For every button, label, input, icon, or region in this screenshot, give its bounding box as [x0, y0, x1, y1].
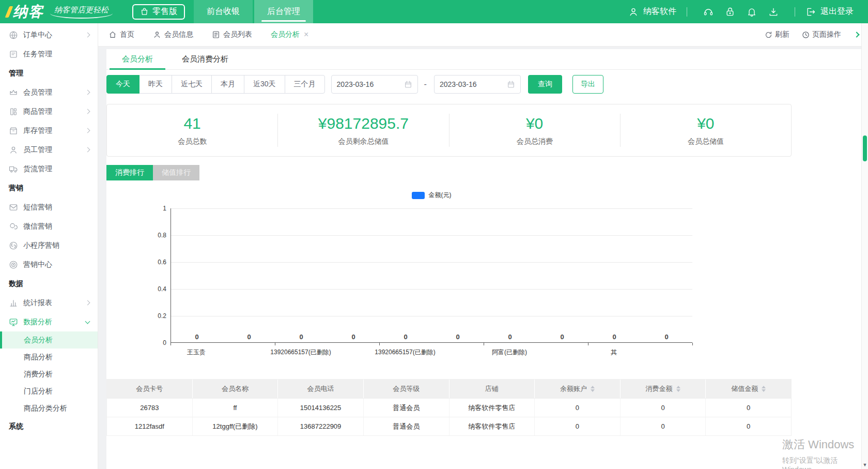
table-row[interactable]: 1212fasdf 12tggff(已删除) 13687222909 普通会员 … [107, 417, 791, 435]
chart-legend[interactable]: 金额(元) [171, 191, 692, 200]
tab-home[interactable]: 首页 [109, 30, 134, 39]
refresh-label: 刷新 [775, 30, 789, 39]
stat-total-consume: ¥0 会员总消费 [450, 115, 620, 146]
sidebar-item-goods-analysis[interactable]: 商品分析 [0, 349, 98, 366]
col-label: 储值金额 [731, 384, 758, 394]
top-header: 纳客 纳客管店更轻松 零售版 前台收银 后台管理 纳客软件 退出登录 [0, 0, 868, 23]
gridline [171, 208, 692, 209]
tab-member-list[interactable]: 会员列表 [212, 30, 252, 39]
x-axis-label: 其 [562, 348, 665, 357]
sidebar-item-logistics-mgmt[interactable]: 货流管理 [0, 159, 98, 178]
date-from-value: 2023-03-16 [337, 80, 400, 88]
sidebar-section-data: 数据 [0, 274, 98, 293]
col-label: 会员电话 [307, 384, 334, 394]
crown-icon [9, 88, 18, 97]
col-consume-amount-sort[interactable]: 消费金额 [621, 380, 706, 398]
stat-remaining-stored-value: ¥98172895.7 会员剩余总储值 [278, 115, 448, 146]
page-operations-button[interactable]: 页面操作 [802, 30, 841, 39]
x-axis-tick [588, 343, 588, 345]
logout-button[interactable]: 退出登录 [805, 6, 854, 17]
table-header-row: 会员卡号 会员名称 会员电话 会员等级 店铺 余额账户 消费金额 储值金额 [107, 380, 791, 398]
sidebar-item-label: 短信营销 [23, 203, 89, 212]
tab-backend-admin-label: 后台管理 [267, 6, 300, 17]
col-member-phone: 会员电话 [278, 380, 364, 398]
sidebar-item-member-mgmt[interactable]: 会员管理 [0, 83, 98, 102]
sort-arrows-icon[interactable] [676, 386, 680, 392]
quick-yesterday-button[interactable]: 昨天 [139, 75, 172, 94]
subtab-member-consume-analysis[interactable]: 会员消费分析 [169, 49, 241, 69]
edition-badge[interactable]: 零售版 [132, 4, 185, 20]
quick-last30-button[interactable]: 近30天 [244, 75, 285, 94]
notification-bell-icon[interactable] [747, 7, 757, 17]
quick-last7-button[interactable]: 近七天 [172, 75, 212, 94]
page-scrollbar[interactable]: ▼ [861, 23, 868, 469]
bar-value-label: 0 [552, 333, 572, 341]
tabbar-actions: 刷新 页面操作 [765, 30, 859, 39]
query-button[interactable]: 查询 [528, 75, 562, 94]
table-row[interactable]: 26783 ff 15014136225 普通会员 纳客软件零售店 0 0 0 [107, 398, 791, 417]
sidebar-item-member-analysis[interactable]: 会员分析 [0, 331, 98, 349]
quick-today-button[interactable]: 今天 [106, 75, 140, 94]
col-member-card: 会员卡号 [107, 380, 193, 398]
subtab-member-analysis[interactable]: 会员分析 [110, 49, 165, 69]
sidebar-item-order-center[interactable]: 订单中心 [0, 25, 98, 44]
truck-icon [9, 164, 18, 174]
sidebar-item-data-analysis[interactable]: 数据分析 [0, 312, 98, 331]
stats-summary-card: 41 会员总数 ¥98172895.7 会员剩余总储值 ¥0 会员总消费 ¥0 … [106, 104, 792, 157]
username: 纳客软件 [643, 6, 676, 17]
sidebar-item-category-analysis[interactable]: 商品分类分析 [0, 400, 98, 417]
sidebar-item-miniprogram-marketing[interactable]: 小程序营销 [0, 236, 98, 255]
export-button[interactable]: 导出 [572, 75, 603, 94]
y-axis-tick: 0.8 [148, 232, 166, 239]
scrollbar-down-arrow-icon[interactable]: ▼ [862, 462, 868, 467]
user-account[interactable]: 纳客软件 [628, 6, 676, 17]
tab-member-analysis-label: 会员分析 [271, 30, 300, 39]
cell-store: 纳客软件零售店 [450, 417, 535, 435]
tab-front-cashier[interactable]: 前台收银 [194, 0, 253, 23]
tab-backend-admin[interactable]: 后台管理 [254, 0, 313, 23]
sidebar-item-consume-analysis[interactable]: 消费分析 [0, 366, 98, 383]
col-stored-amount-sort[interactable]: 储值金额 [706, 380, 791, 398]
col-balance-sort[interactable]: 余额账户 [535, 380, 621, 398]
close-tab-icon[interactable]: × [304, 30, 308, 39]
sidebar-item-reports[interactable]: 统计报表 [0, 293, 98, 312]
x-axis-tick [692, 343, 693, 345]
stored-rank-tab[interactable]: 储值排行 [153, 165, 199, 180]
col-store: 店铺 [450, 380, 535, 398]
tab-member-analysis[interactable]: 会员分析 [271, 30, 300, 39]
tab-front-cashier-label: 前台收银 [207, 6, 240, 17]
stat-value: ¥0 [621, 115, 791, 132]
consume-rank-tab[interactable]: 消费排行 [106, 165, 153, 180]
stat-total-stored: ¥0 会员总储值 [621, 115, 791, 146]
bar-value-label: 0 [187, 333, 207, 341]
cell-member-name: ff [193, 399, 278, 417]
col-label: 余额账户 [560, 384, 587, 394]
scrollbar-thumb[interactable] [863, 135, 867, 161]
expand-right-icon[interactable] [854, 32, 859, 37]
lock-icon[interactable] [725, 7, 735, 17]
sidebar-item-goods-mgmt[interactable]: 商品管理 [0, 102, 98, 121]
y-axis-tick: 0.2 [148, 312, 166, 320]
tab-member-info[interactable]: 会员信息 [153, 30, 193, 39]
date-from-input[interactable]: 2023-03-16 [331, 75, 418, 94]
download-icon[interactable] [768, 7, 779, 17]
list-icon [212, 31, 220, 39]
sidebar-item-label: 商品管理 [23, 107, 81, 116]
sort-arrows-icon[interactable] [762, 386, 766, 392]
date-to-input[interactable]: 2023-03-16 [434, 75, 521, 94]
page-operations-icon [802, 31, 810, 39]
sidebar-item-task-mgmt[interactable]: 任务管理 [0, 44, 98, 64]
support-headset-icon[interactable] [703, 7, 714, 17]
sidebar-item-stock-mgmt[interactable]: 库存管理 [0, 121, 98, 140]
quick-this-month-button[interactable]: 本月 [211, 75, 244, 94]
sidebar-item-sms-marketing[interactable]: 短信营销 [0, 198, 98, 217]
sidebar-item-wechat-marketing[interactable]: 微信营销 [0, 217, 98, 236]
refresh-button[interactable]: 刷新 [765, 30, 789, 39]
quick-three-months-button[interactable]: 三个月 [285, 75, 325, 94]
sidebar-item-staff-mgmt[interactable]: 员工管理 [0, 140, 98, 159]
sort-arrows-icon[interactable] [591, 386, 595, 392]
subtab-label: 会员消费分析 [182, 54, 228, 64]
sidebar-item-marketing-center[interactable]: 营销中心 [0, 255, 98, 274]
bar-value-label: 0 [395, 333, 416, 341]
sidebar-item-store-analysis[interactable]: 门店分析 [0, 383, 98, 400]
